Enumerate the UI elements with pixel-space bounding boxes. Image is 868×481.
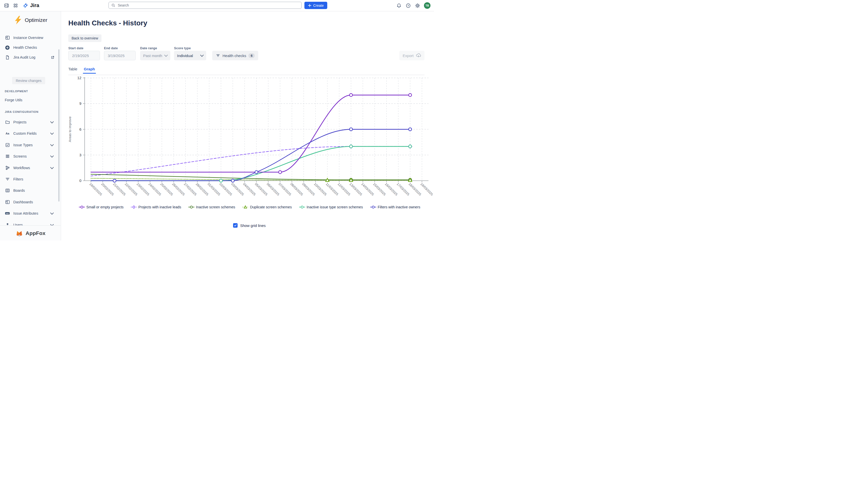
svg-text:9: 9 [80,101,82,106]
tab-graph[interactable]: Graph [84,67,95,73]
chart-canvas: 03691219/02/202520/02/202521/02/202522/0… [66,75,433,203]
chevron-down-icon [50,120,54,123]
show-grid-lines-checkbox[interactable] [233,223,238,228]
sidebar-item-projects[interactable]: Projects [0,118,61,127]
sidebar-item-boards[interactable]: Boards [0,186,61,195]
notifications-bell-icon[interactable] [396,2,402,8]
create-button[interactable]: Create [304,2,327,9]
jira-logo-text: Jira [30,2,39,8]
legend-marker-icon [242,205,249,209]
svg-text:Aa: Aa [5,132,9,135]
file-icon [5,55,10,60]
panel-icon [5,35,10,40]
svg-text:19/03/2025: 19/03/2025 [420,182,433,197]
main-content: Health Checks - History Back to overview… [61,11,434,241]
chevron-down-icon [50,211,54,215]
global-search[interactable] [108,2,302,9]
health-checks-count-badge: 6 [248,53,255,58]
sidebar-item-jira-audit-log[interactable]: Jira Audit Log [0,53,61,62]
app-switcher-icon[interactable] [12,2,19,8]
export-button[interactable]: Export [399,51,425,60]
folder-icon [5,120,10,125]
search-input[interactable] [117,3,299,7]
legend-marker-icon [188,205,195,209]
section-header-jira-configuration: JIRA CONFIGURATION [5,110,38,113]
sidebar-item-forge-utils[interactable]: Forge Utils [5,98,22,102]
score-type-label: Score type [174,46,191,50]
legend-marker-icon [79,205,85,209]
sidebar-item-custom-fields[interactable]: AaCustom Fields [0,129,61,138]
user-avatar[interactable]: TB [424,2,431,9]
external-link-icon[interactable] [51,55,55,60]
svg-text:3: 3 [80,153,82,157]
legend-item-1[interactable]: Projects with inactive leads [131,205,181,209]
svg-text:11/03/2025: 11/03/2025 [325,182,339,196]
legend-marker-icon [131,205,137,209]
section-header-development: DEVELOPMENT [5,90,28,93]
series-line-1 [91,147,410,176]
review-changes-button[interactable]: Review changes [12,77,45,84]
sidebar-item-filters[interactable]: Filters [0,175,61,184]
sidebar-scrollbar[interactable] [58,49,60,202]
view-tabs: Table Graph [68,67,95,73]
history-line-chart: 03691219/02/202520/02/202521/02/202522/0… [66,75,433,203]
health-checks-filter-chip[interactable]: Health checks 6 [212,51,258,60]
sidebar-item-screens[interactable]: Screens [0,152,61,161]
aa-icon: Aa [5,131,10,136]
end-date-input[interactable] [107,53,132,58]
sidebar-item-instance-overview[interactable]: Instance Overview [0,33,61,42]
back-to-overview-button[interactable]: Back to overview [68,34,101,42]
end-date-label: End date [104,46,118,50]
check-icon [234,224,237,227]
svg-text:?: ? [407,4,409,7]
plus-icon [308,4,311,7]
sidebar-item-workflows[interactable]: Workflows [0,163,61,172]
settings-gear-icon[interactable] [414,2,421,8]
chevron-down-icon [50,166,54,169]
sidebar: Optimizer Instance OverviewHealth Checks… [0,11,61,241]
legend-item-5[interactable]: Filters with inactive owners [370,205,421,209]
legend-item-0[interactable]: Small or empty projects [79,205,124,209]
appfox-brand-text: AppFox [26,230,45,236]
collapse-sidebar-icon[interactable] [3,2,9,8]
svg-text:12: 12 [78,76,82,80]
start-date-field[interactable] [68,51,100,60]
columns-icon [5,188,10,193]
sidebar-item-health-checks[interactable]: Health Checks [0,43,61,52]
workflow-icon [5,165,10,170]
date-range-label: Date range [140,46,157,50]
legend-marker-icon [370,205,376,209]
cloud-download-icon [416,53,421,58]
lightning-bolt-icon [13,16,23,25]
jira-logo[interactable]: Jira [22,2,39,8]
chevron-down-icon [50,154,54,157]
start-date-input[interactable] [71,53,97,58]
legend-item-2[interactable]: Inactive screen schemes [188,205,235,209]
app-window: Jira Create ? TB Optimizer Insta [0,0,434,241]
plus-circle-icon [5,45,10,50]
app-name: Optimizer [25,17,48,23]
date-range-select[interactable]: Past month [140,51,170,60]
filter-icon [5,177,10,182]
chevron-down-icon [164,53,168,57]
start-date-label: Start date [68,46,83,50]
top-navigation-bar: Jira Create ? TB [0,0,434,11]
chevron-down-icon [50,143,54,146]
legend-item-4[interactable]: Inactive issue type screen schemes [299,205,363,209]
end-date-field[interactable] [104,51,135,60]
jira-logo-icon [22,2,29,8]
legend-item-3[interactable]: Duplicate screen schemes [242,205,291,209]
sidebar-item-issue-attributes[interactable]: ABCIssue Attributes [0,209,61,218]
chevron-down-icon [200,53,204,57]
help-icon[interactable]: ? [405,2,411,8]
optimizer-logo: Optimizer [0,16,61,25]
show-grid-lines-row: Show grid lines [66,223,433,228]
svg-text:6: 6 [80,127,82,131]
check-square-icon [5,142,10,148]
sidebar-item-issue-types[interactable]: Issue Types [0,141,61,150]
svg-text:Areas to improve: Areas to improve [68,116,72,142]
score-type-select[interactable]: Individual [174,51,206,60]
abc-icon: ABC [5,211,10,216]
tab-table[interactable]: Table [68,67,78,73]
sidebar-item-dashboards[interactable]: Dashboards [0,198,61,207]
